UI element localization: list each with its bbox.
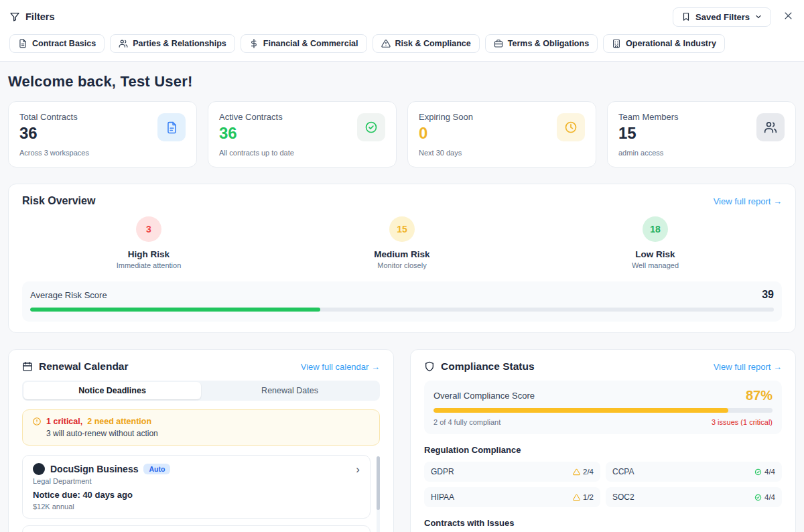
chip-financial-commercial[interactable]: Financial & Commercial — [241, 34, 367, 53]
stat-card-team-members: Team Members 15 admin access — [607, 101, 796, 168]
renewal-tabs: Notice Deadlines Renewal Dates — [22, 381, 380, 401]
dollar-icon — [249, 39, 259, 48]
compliance-status-title: Compliance Status — [441, 360, 535, 373]
chip-label: Financial & Commercial — [263, 39, 358, 48]
risk-overview-title: Risk Overview — [22, 195, 95, 207]
average-risk-score-label: Average Risk Score — [30, 290, 107, 300]
risk-level-sub: Immediate attention — [117, 261, 182, 269]
shield-icon — [424, 361, 435, 372]
renewal-item-salesforce[interactable]: Salesforce CRM Auto › Main Operations No… — [22, 525, 371, 532]
stat-sub: All contracts up to date — [219, 149, 294, 157]
document-icon — [157, 113, 186, 141]
renewal-list: DocuSign Business Auto › Legal Departmen… — [22, 455, 380, 532]
regulation-score: 2/4 — [583, 468, 594, 476]
stat-label: Active Contracts — [219, 112, 294, 122]
stats-row: Total Contracts 36 Across 3 workspaces A… — [8, 101, 796, 168]
alert-triangle-icon — [381, 39, 391, 48]
saved-filters-button[interactable]: Saved Filters — [673, 7, 771, 27]
stat-value: 36 — [19, 124, 89, 143]
risk-level-low: 18 Low Risk Well managed — [529, 216, 782, 269]
close-icon — [783, 11, 793, 21]
compliance-sub-right: 3 issues (1 critical) — [712, 418, 773, 426]
renewal-item-docusign[interactable]: DocuSign Business Auto › Legal Departmen… — [22, 455, 371, 519]
alert-sub-text: 3 will auto-renew without action — [46, 429, 370, 438]
page-title: Welcome back, Test User! — [8, 73, 796, 90]
average-risk-score-value: 39 — [762, 289, 774, 301]
funnel-icon — [9, 11, 20, 22]
tab-renewal-dates[interactable]: Renewal Dates — [201, 382, 379, 399]
stat-label: Total Contracts — [19, 112, 89, 122]
regulation-score: 4/4 — [764, 493, 775, 501]
regulation-name: SOC2 — [612, 492, 634, 502]
chip-label: Operational & Industry — [626, 39, 716, 48]
auto-badge: Auto — [143, 464, 170, 474]
risk-level-sub: Well managed — [632, 261, 679, 269]
chevron-down-icon — [754, 13, 762, 21]
alert-critical-text: 1 critical, — [46, 417, 82, 426]
risk-score-progress-fill — [30, 308, 320, 312]
risk-level-medium: 15 Medium Risk Monitor closely — [275, 216, 529, 269]
low-risk-count: 18 — [643, 216, 668, 242]
filters-title: Filters — [9, 11, 55, 22]
risk-overview-panel: Risk Overview View full report → 3 High … — [8, 184, 796, 333]
chip-risk-compliance[interactable]: Risk & Compliance — [373, 34, 480, 53]
stat-card-total-contracts: Total Contracts 36 Across 3 workspaces — [8, 101, 197, 168]
chip-operational-industry[interactable]: Operational & Industry — [603, 34, 725, 53]
stat-sub: admin access — [618, 149, 679, 157]
team-icon — [756, 113, 785, 141]
alert-circle-icon — [32, 417, 42, 426]
avatar — [33, 463, 45, 475]
contract-name: DocuSign Business — [50, 464, 138, 474]
regulation-gdpr: GDPR 2/4 — [424, 462, 600, 482]
chip-label: Contract Basics — [32, 39, 96, 48]
risk-level-label: High Risk — [128, 249, 170, 259]
chip-parties-relationships[interactable]: Parties & Relationships — [110, 34, 235, 53]
chip-terms-obligations[interactable]: Terms & Obligations — [485, 34, 598, 53]
medium-risk-count: 15 — [389, 216, 415, 242]
compliance-score-value: 87% — [746, 388, 773, 403]
stat-value: 0 — [419, 124, 473, 143]
check-circle-icon — [357, 113, 385, 141]
users-icon — [119, 39, 128, 48]
compliance-sub-left: 2 of 4 fully compliant — [433, 418, 500, 426]
compliance-progress-track — [433, 408, 773, 413]
renewal-calendar-panel: Renewal Calendar View full calendar → No… — [8, 349, 394, 532]
renewal-alert: 1 critical, 2 need attention 3 will auto… — [22, 409, 380, 446]
stat-sub: Next 30 days — [419, 149, 473, 157]
stat-value: 15 — [618, 124, 679, 143]
file-icon — [18, 39, 27, 48]
stat-card-expiring-soon: Expiring Soon 0 Next 30 days — [407, 101, 596, 168]
view-full-report-link[interactable]: View full report → — [714, 196, 782, 206]
regulation-ccpa: CCPA 4/4 — [606, 462, 782, 482]
compliance-score-label: Overall Compliance Score — [433, 391, 535, 401]
average-risk-score-box: Average Risk Score 39 — [22, 281, 782, 322]
clock-icon — [557, 113, 585, 141]
stat-label: Expiring Soon — [419, 112, 473, 122]
check-circle-icon — [754, 468, 762, 476]
check-circle-icon — [754, 494, 762, 501]
building-icon — [612, 39, 621, 48]
stat-value: 36 — [219, 124, 294, 143]
view-full-calendar-link[interactable]: View full calendar → — [301, 362, 380, 372]
close-filters-button[interactable] — [782, 9, 795, 24]
compliance-status-panel: Compliance Status View full report → Ove… — [410, 349, 796, 532]
contracts-with-issues-heading: Contracts with Issues — [424, 518, 782, 528]
contract-department: Legal Department — [33, 477, 360, 485]
regulation-compliance-heading: Regulation Compliance — [424, 445, 782, 455]
renewal-scrollbar[interactable] — [377, 456, 380, 532]
view-full-report-link[interactable]: View full report → — [714, 362, 782, 372]
chevron-right-icon[interactable]: › — [356, 464, 360, 475]
risk-levels: 3 High Risk Immediate attention 15 Mediu… — [22, 216, 782, 269]
renewal-scrollbar-thumb[interactable] — [377, 456, 380, 510]
stat-sub: Across 3 workspaces — [19, 149, 89, 157]
chip-contract-basics[interactable]: Contract Basics — [9, 34, 105, 53]
tab-notice-deadlines[interactable]: Notice Deadlines — [23, 382, 201, 399]
bookmark-icon — [681, 12, 691, 21]
risk-level-label: Low Risk — [635, 249, 675, 259]
stat-label: Team Members — [618, 112, 679, 122]
risk-score-progress-track — [30, 308, 774, 312]
alert-attention-text: 2 need attention — [87, 417, 151, 426]
stat-card-active-contracts: Active Contracts 36 All contracts up to … — [208, 101, 397, 168]
saved-filters-label: Saved Filters — [695, 12, 750, 22]
filters-label: Filters — [25, 11, 55, 22]
